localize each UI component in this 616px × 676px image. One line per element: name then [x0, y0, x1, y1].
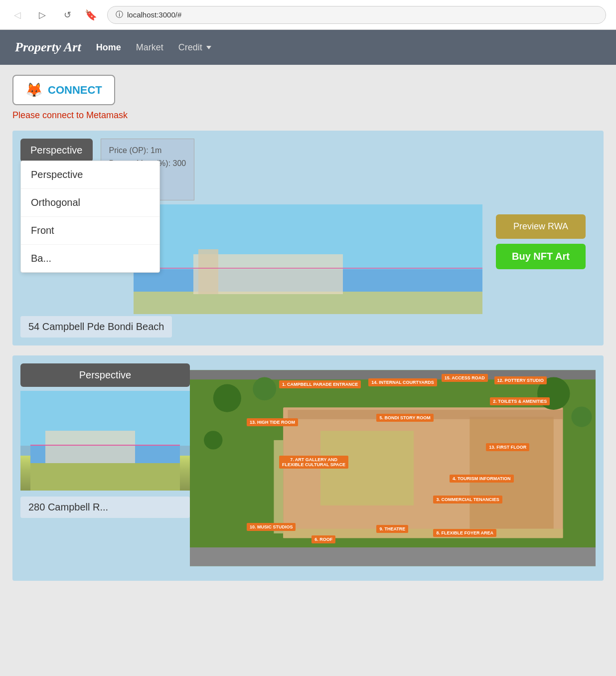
map-label-7: 7. ART GALLERY ANDFLEXIBLE CULTURAL SPAC…	[279, 456, 348, 469]
svg-rect-4	[198, 249, 218, 294]
perspective-button-1[interactable]: Perspective	[20, 139, 93, 162]
perspective-label-2: Perspective	[79, 369, 132, 380]
security-icon: ⓘ	[116, 10, 123, 19]
map-label-3: 3. COMMERCIAL TENANCIES	[433, 496, 502, 504]
map-label-4: 4. TOURISM INFORMATION	[450, 475, 514, 483]
map-label-12: 12. POTTERY STUDIO	[494, 376, 547, 384]
main-content: 🦊 CONNECT Please connect to Metamask Per…	[0, 65, 616, 591]
preview-rwa-label: Preview RWA	[513, 221, 568, 231]
metamask-icon: 🦊	[25, 82, 43, 98]
map-label-15: 15. ACCESS ROAD	[442, 374, 488, 382]
aerial-container: 1. CAMPBELL PARADE ENTRANCE 14. INTERNAL…	[190, 363, 596, 573]
map-label-2: 2. TOILETS & AMENITIES	[490, 397, 550, 405]
card2-left: Perspective 280 Campbell R...	[20, 363, 190, 573]
app-logo: Property Art	[15, 40, 81, 55]
card1-address-wrapper: 54 Campbell Pde Bondi Beach	[20, 314, 596, 338]
perspective-label-1: Perspective	[30, 145, 83, 156]
nav-credit-dropdown[interactable]: Credit	[178, 42, 211, 53]
card2-layout: Perspective 280 Campbell R...	[20, 363, 596, 573]
url-text: localhost:3000/#	[127, 10, 181, 19]
property-card-2: Perspective 280 Campbell R...	[12, 355, 604, 581]
map-label-5: 5. BONDI STORY ROOM	[376, 414, 433, 422]
bookmark-button[interactable]: 🔖	[85, 9, 97, 21]
map-label-8: 8. FLEXIBLE FOYER AREA	[433, 529, 496, 537]
refresh-button[interactable]: ↺	[60, 7, 75, 22]
browser-chrome: ◁ ▷ ↺ 🔖 ⓘ localhost:3000/#	[0, 0, 616, 30]
property-card-1: Perspective Price (OP): 1m Borrow Max. (…	[12, 131, 604, 345]
connect-label: CONNECT	[48, 84, 102, 97]
nav-credit-label: Credit	[178, 42, 202, 53]
card2-address: 280 Campbell R...	[20, 497, 190, 518]
perspective-dropdown-1: Perspective Orthogonal Front Ba...	[20, 161, 160, 273]
map-label-10: 10. MUSIC STUDIOS	[247, 523, 296, 531]
map-label-1: 1. CAMPBELL PARADE ENTRANCE	[279, 380, 361, 388]
connect-warning: Please connect to Metamask	[12, 110, 604, 121]
map-label-13-first-floor: 13. FIRST FLOOR	[486, 443, 529, 451]
card1-address: 54 Campbell Pde Bondi Beach	[20, 316, 172, 338]
dropdown-perspective[interactable]: Perspective	[21, 161, 159, 189]
perspective-button-2[interactable]: Perspective	[20, 363, 190, 387]
address-bar[interactable]: ⓘ localhost:3000/#	[107, 6, 606, 24]
card2-aerial-area: 1. CAMPBELL PARADE ENTRANCE 14. INTERNAL…	[190, 363, 596, 573]
dropdown-orthogonal[interactable]: Orthogonal	[21, 189, 159, 217]
card2-beach-scene	[20, 391, 190, 491]
map-label-9: 9. THEATRE	[376, 525, 408, 533]
dropdown-back[interactable]: Ba...	[21, 245, 159, 272]
map-label-6: 6. ROOF	[311, 535, 335, 543]
svg-rect-8	[30, 463, 180, 491]
nav-market[interactable]: Market	[136, 42, 163, 53]
buy-nft-button[interactable]: Buy NFT Art	[496, 244, 586, 269]
card2-beach-svg	[20, 391, 190, 491]
svg-rect-2	[134, 292, 482, 314]
connect-button[interactable]: 🦊 CONNECT	[12, 75, 115, 105]
map-labels-overlay: 1. CAMPBELL PARADE ENTRANCE 14. INTERNAL…	[190, 363, 596, 573]
app-navbar: Property Art Home Market Credit	[0, 30, 616, 65]
buy-nft-label: Buy NFT Art	[512, 251, 570, 262]
map-label-13-high-tide: 13. HIGH TIDE ROOM	[247, 418, 298, 426]
price-info: Price (OP): 1m	[109, 144, 186, 157]
back-button[interactable]: ◁	[10, 7, 25, 22]
map-label-14: 14. INTERNAL COURTYARDS	[368, 378, 437, 386]
card1-action-buttons: Preview RWA Buy NFT Art	[496, 214, 586, 269]
nav-home[interactable]: Home	[96, 42, 121, 53]
svg-rect-9	[45, 431, 135, 463]
dropdown-front[interactable]: Front	[21, 217, 159, 245]
preview-rwa-button[interactable]: Preview RWA	[496, 214, 586, 239]
chevron-down-icon	[206, 46, 211, 49]
forward-button[interactable]: ▷	[35, 7, 50, 22]
